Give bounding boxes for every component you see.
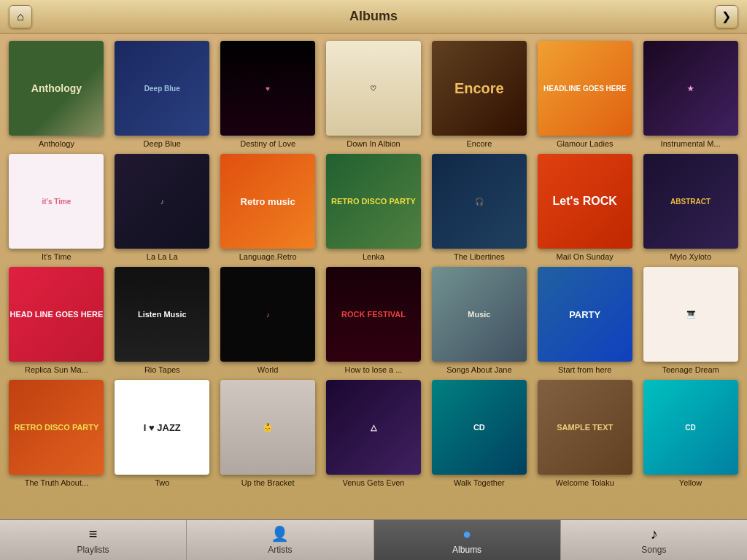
album-cover-glamour: HEADLINE GOES HERE	[538, 41, 632, 136]
album-item-lalala[interactable]: ♪La La La	[112, 154, 213, 261]
album-cover-anthology: Anthology	[9, 41, 104, 136]
album-cover-truth: RETRO DISCO PARTY	[9, 380, 104, 475]
tab-label-albums: Albums	[452, 545, 481, 555]
album-item-mail[interactable]: Let's ROCKMail On Sunday	[534, 154, 635, 261]
album-item-anthology[interactable]: AnthologyAnthology	[6, 41, 107, 148]
album-cover-songs: Music	[432, 267, 527, 362]
album-title-walk: Walk Together	[454, 478, 505, 487]
album-title-yellow: Yellow	[679, 478, 702, 487]
album-item-yellow[interactable]: CDYellow	[640, 380, 741, 487]
album-item-replica[interactable]: HEAD LINE GOES HEREReplica Sun Ma...	[6, 267, 107, 374]
album-title-encore: Encore	[466, 139, 492, 148]
album-cover-language: Retro music	[220, 154, 315, 249]
album-item-truth[interactable]: RETRO DISCO PARTYThe Truth About...	[6, 380, 107, 487]
tab-albums[interactable]: ●Albums	[374, 520, 561, 560]
album-title-libertines: The Libertines	[454, 252, 505, 261]
album-title-mail: Mail On Sunday	[557, 252, 614, 261]
album-cover-instrumental: ★	[643, 41, 738, 136]
album-title-lenka: Lenka	[363, 252, 384, 261]
album-title-itstime: It's Time	[42, 252, 71, 261]
album-cover-itstime: it's Time	[9, 154, 104, 249]
home-button[interactable]: ⌂	[9, 5, 32, 28]
album-cover-welcome: SAMPLE TEXT	[538, 380, 632, 475]
album-cover-mail: Let's ROCK	[538, 154, 632, 249]
page-title: Albums	[349, 9, 398, 24]
album-item-walk[interactable]: CDWalk Together	[428, 380, 530, 487]
album-cover-yellow: CD	[643, 380, 738, 475]
album-grid: AnthologyAnthologyDeep BlueDeep Blue♥Des…	[6, 41, 741, 487]
tab-songs[interactable]: ♪Songs	[561, 520, 747, 560]
album-item-two[interactable]: I ♥ JAZZTwo	[112, 380, 213, 487]
album-cover-upbracket: 👶	[220, 380, 315, 475]
album-title-start: Start from here	[558, 365, 611, 374]
tab-playlists[interactable]: ≡Playlists	[0, 520, 187, 560]
tab-label-playlists: Playlists	[77, 545, 109, 555]
album-cover-deepblue: Deep Blue	[115, 41, 209, 136]
album-title-songs: Songs About Jane	[446, 365, 511, 374]
tab-bar: ≡Playlists👤Artists●Albums♪Songs	[0, 519, 747, 560]
album-title-destiny: Destiny of Love	[240, 139, 295, 148]
album-cover-howto: ROCK FESTIVAL	[326, 267, 421, 362]
album-item-venus[interactable]: △Venus Gets Even	[323, 380, 425, 487]
album-title-two: Two	[155, 478, 169, 487]
album-title-replica: Replica Sun Ma...	[25, 365, 88, 374]
album-title-instrumental: Instrumental M...	[661, 139, 721, 148]
album-item-lenka[interactable]: RETRO DISCO PARTYLenka	[323, 154, 425, 261]
album-item-encore[interactable]: EncoreEncore	[428, 41, 530, 148]
album-title-welcome: Welcome Tolaku	[556, 478, 614, 487]
album-item-down[interactable]: ♡Down In Albion	[323, 41, 425, 148]
tab-icon-playlists: ≡	[89, 526, 98, 542]
album-cover-teenage: 🎹	[643, 267, 738, 362]
tab-icon-albums: ●	[462, 526, 471, 542]
album-item-destiny[interactable]: ♥Destiny of Love	[217, 41, 319, 148]
album-title-anthology: Anthology	[39, 139, 74, 148]
album-cover-rio: Listen Music	[115, 267, 209, 362]
album-title-lalala: La La La	[147, 252, 178, 261]
album-cover-destiny: ♥	[220, 41, 315, 136]
album-title-down: Down In Albion	[347, 139, 400, 148]
album-title-upbracket: Up the Bracket	[241, 478, 295, 487]
album-item-howto[interactable]: ROCK FESTIVALHow to lose a ...	[323, 267, 425, 374]
album-cover-lalala: ♪	[115, 154, 209, 249]
album-title-truth: The Truth About...	[25, 478, 88, 487]
album-title-language: Language.Retro	[239, 252, 297, 261]
header: ⌂ Albums ❯	[0, 0, 747, 34]
album-item-rio[interactable]: Listen MusicRio Tapes	[112, 267, 213, 374]
tab-icon-songs: ♪	[650, 526, 657, 542]
album-cover-world: ♪	[220, 267, 315, 362]
album-item-world[interactable]: ♪World	[217, 267, 319, 374]
album-title-venus: Venus Gets Even	[342, 478, 404, 487]
album-cover-venus: △	[326, 380, 421, 475]
tab-icon-artists: 👤	[271, 525, 289, 542]
tab-label-artists: Artists	[268, 545, 292, 555]
album-title-world: World	[258, 365, 279, 374]
tab-artists[interactable]: 👤Artists	[187, 520, 374, 560]
album-item-upbracket[interactable]: 👶Up the Bracket	[217, 380, 319, 487]
album-item-language[interactable]: Retro musicLanguage.Retro	[217, 154, 319, 261]
album-cover-walk: CD	[432, 380, 527, 475]
album-title-rio: Rio Tapes	[144, 365, 180, 374]
album-item-itstime[interactable]: it's TimeIt's Time	[6, 154, 107, 261]
album-item-songs[interactable]: MusicSongs About Jane	[428, 267, 530, 374]
tab-label-songs: Songs	[641, 545, 666, 555]
album-item-deepblue[interactable]: Deep BlueDeep Blue	[112, 41, 213, 148]
album-grid-container: AnthologyAnthologyDeep BlueDeep Blue♥Des…	[0, 34, 747, 519]
album-cover-encore: Encore	[432, 41, 527, 136]
album-item-welcome[interactable]: SAMPLE TEXTWelcome Tolaku	[534, 380, 635, 487]
album-item-teenage[interactable]: 🎹Teenage Dream	[640, 267, 741, 374]
album-item-instrumental[interactable]: ★Instrumental M...	[640, 41, 741, 148]
album-title-howto: How to lose a ...	[345, 365, 403, 374]
album-title-glamour: Glamour Ladies	[557, 139, 614, 148]
album-item-start[interactable]: PARTYStart from here	[534, 267, 635, 374]
album-item-mylo[interactable]: ABSTRACTMylo Xyloto	[640, 154, 741, 261]
back-button[interactable]: ❯	[715, 5, 738, 28]
album-cover-libertines: 🎧	[432, 154, 527, 249]
album-cover-two: I ♥ JAZZ	[115, 380, 209, 475]
album-cover-down: ♡	[326, 41, 421, 136]
album-item-libertines[interactable]: 🎧The Libertines	[428, 154, 530, 261]
album-cover-start: PARTY	[538, 267, 632, 362]
album-cover-mylo: ABSTRACT	[643, 154, 738, 249]
album-item-glamour[interactable]: HEADLINE GOES HEREGlamour Ladies	[534, 41, 635, 148]
album-title-mylo: Mylo Xyloto	[670, 252, 711, 261]
album-title-deepblue: Deep Blue	[144, 139, 181, 148]
